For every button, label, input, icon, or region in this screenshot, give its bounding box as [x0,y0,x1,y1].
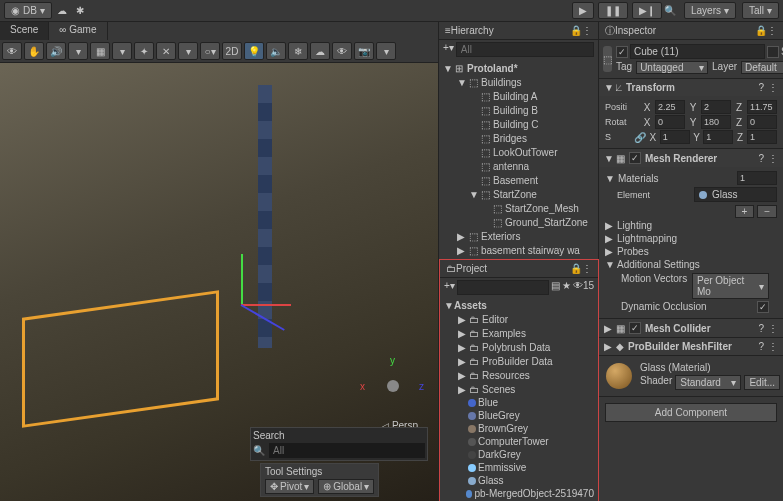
account-menu[interactable]: ◉DB▾ [4,2,52,19]
scene-search-input[interactable] [269,443,425,458]
component-menu-icon[interactable]: ⋮ [768,323,778,334]
scene-root[interactable]: ▼⊞Protoland* [439,61,598,75]
material-preview[interactable] [606,363,632,389]
hidden-toggle[interactable]: 👁15 [573,280,594,295]
project-search-input[interactable] [457,280,549,295]
project-item[interactable]: ▶🗀Editor [440,312,598,326]
hierarchy-item[interactable]: ▶⬚Exteriors [439,229,598,243]
fold-icon[interactable]: ▼ [605,259,613,270]
panel-menu-icon[interactable]: ⋮ [767,25,777,36]
project-item[interactable]: DarkGrey [440,448,598,461]
pause-button[interactable]: ❚❚ [598,2,628,19]
version-control-icon[interactable]: ✱ [72,3,88,19]
link-icon[interactable]: 🔗 [634,132,646,143]
layers-dropdown[interactable]: Layers▾ [684,2,736,19]
audio-play[interactable]: 🔈 [266,42,286,60]
hierarchy-item[interactable]: ⬚Basement [439,173,598,187]
lighting-toggle[interactable]: 💡 [244,42,264,60]
pos-z[interactable] [747,100,777,114]
view-tool[interactable]: 👁 [2,42,22,60]
add-material-button[interactable]: + [735,205,755,218]
hierarchy-item[interactable]: ⬚Building A [439,89,598,103]
fold-icon[interactable]: ▶ [604,341,612,352]
help-icon[interactable]: ? [758,323,764,334]
dynamic-occlusion-checkbox[interactable] [757,301,769,313]
layer-dropdown[interactable]: Default▾ [741,61,783,74]
project-item[interactable]: Glass [440,474,598,487]
rot-x[interactable] [655,115,685,129]
hierarchy-item[interactable]: ⬚antenna [439,159,598,173]
camera-toggle[interactable]: 📷 [354,42,374,60]
fold-icon[interactable]: ▼ [604,153,612,164]
gizmo-dropdown[interactable]: 👁‍ [332,42,352,60]
fx-toggle[interactable]: ❄ [288,42,308,60]
hierarchy-search-input[interactable] [456,42,594,57]
hierarchy-item[interactable]: ▼⬚Buildings [439,75,598,89]
hierarchy-item[interactable]: ⬚LookOutTower [439,145,598,159]
project-item[interactable]: ▶🗀Examples [440,326,598,340]
skybox-toggle[interactable]: ☁ [310,42,330,60]
gizmos-menu[interactable]: ▾ [376,42,396,60]
step-button[interactable]: ▶❙ [632,2,662,19]
pivot-dropdown[interactable]: ✥Pivot▾ [265,479,314,494]
audio-toggle[interactable]: 🔊 [46,42,66,60]
global-dropdown[interactable]: ⊕Global▾ [318,479,374,494]
tab-scene[interactable]: Scene [0,22,49,40]
project-item[interactable]: ▶🗀Scenes [440,382,598,396]
add-button[interactable]: +▾ [443,42,454,57]
help-icon[interactable]: ? [758,153,764,164]
motion-dropdown[interactable]: Per Object Mo▾ [692,273,769,299]
hierarchy-item[interactable]: ⬚Ground_StartZone [439,215,598,229]
collider-enabled[interactable] [629,322,641,334]
rot-z[interactable] [747,115,777,129]
tool-b[interactable]: ✕ [156,42,176,60]
static-checkbox[interactable] [767,46,779,58]
pos-x[interactable] [655,100,685,114]
play-button[interactable]: ▶ [572,2,594,19]
panel-lock-icon[interactable]: 🔒 [570,263,582,274]
project-item[interactable]: BlueGrey [440,409,598,422]
rot-y[interactable] [701,115,731,129]
orientation-gizmo[interactable]: x y z [368,361,418,411]
search-icon[interactable]: 🔍 [662,3,678,19]
cloud-icon[interactable]: ☁ [54,3,70,19]
scale-x[interactable] [660,130,690,144]
fold-icon[interactable]: ▶ [605,246,613,257]
renderer-enabled[interactable] [629,152,641,164]
panel-lock-icon[interactable]: 🔒 [570,25,582,36]
tool-c[interactable]: ▾ [178,42,198,60]
panel-menu-icon[interactable]: ⋮ [582,25,592,36]
materials-count[interactable] [737,171,777,185]
tag-dropdown[interactable]: Untagged▾ [636,61,708,74]
hand-tool[interactable]: ✋ [24,42,44,60]
component-menu-icon[interactable]: ⋮ [768,82,778,93]
project-item[interactable]: pb-MergedObject-2519470 [440,487,598,500]
component-menu-icon[interactable]: ⋮ [768,341,778,352]
project-item[interactable]: Emmissive [440,461,598,474]
grid-toggle[interactable]: ▦ [90,42,110,60]
remove-material-button[interactable]: − [757,205,777,218]
project-item[interactable]: ▶🗀Polybrush Data [440,340,598,354]
pos-y[interactable] [701,100,731,114]
panel-lock-icon[interactable]: 🔒 [755,25,767,36]
fold-icon[interactable]: ▶ [605,233,613,244]
panel-menu-icon[interactable]: ⋮ [582,263,592,274]
filter-icon[interactable]: ▤ [551,280,560,295]
hierarchy-item[interactable]: ⬚StartZone_Mesh [439,201,598,215]
add-button[interactable]: +▾ [444,280,455,295]
help-icon[interactable]: ? [758,82,764,93]
project-item[interactable]: Blue [440,396,598,409]
shader-dropdown[interactable]: Standard▾ [675,375,741,390]
tab-game[interactable]: ∞ Game [49,22,107,40]
help-icon[interactable]: ? [758,341,764,352]
layout-dropdown[interactable]: Tall▾ [742,2,779,19]
assets-root[interactable]: ▼Assets [440,299,598,312]
scene-viewport[interactable]: x y z ◁ Persp Search 🔍 Tool Settings ✥Pi… [0,63,438,501]
fold-icon[interactable]: ▼ [604,82,612,93]
object-name-input[interactable] [630,44,765,59]
project-item[interactable]: ▶🗀Resources [440,368,598,382]
scale-y[interactable] [703,130,733,144]
active-checkbox[interactable] [616,46,628,58]
fold-icon[interactable]: ▶ [604,323,612,334]
scale-z[interactable] [747,130,777,144]
